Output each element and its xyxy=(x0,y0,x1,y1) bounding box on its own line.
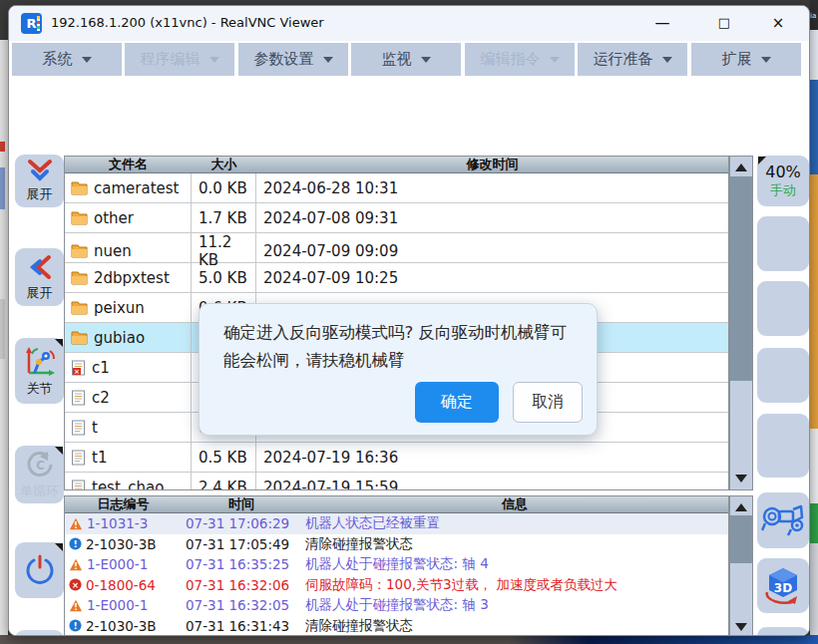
folder-icon xyxy=(71,331,88,345)
column-header-message: 信息 xyxy=(301,496,728,512)
file-row[interactable]: test_chao 2.4 KB 2024-07-19 15:59 xyxy=(65,473,728,490)
sidebar-expand-down-button[interactable]: 展开 xyxy=(15,155,64,207)
confirm-dialog: 确定进入反向驱动模式吗? 反向驱动时机械臂可能会松闸，请扶稳机械臂 确定 取消 xyxy=(199,303,598,436)
svg-text:3D: 3D xyxy=(774,581,792,595)
sidebar-single-cycle-button: C 单循环 xyxy=(15,446,64,503)
robot-joint-icon xyxy=(23,345,57,377)
file-icon xyxy=(71,480,86,491)
sidebar-label: 关节 xyxy=(27,380,53,398)
svg-text:!: ! xyxy=(74,602,78,612)
corner-mark-icon xyxy=(758,157,766,164)
rsidebar-blank-button-5[interactable] xyxy=(757,627,809,636)
double-chevron-left-icon xyxy=(27,253,53,281)
scroll-up-button[interactable] xyxy=(730,496,752,515)
column-header-size: 大小 xyxy=(192,157,256,172)
log-row[interactable]: !2-1030-3B 07-31 17:05:49 清除碰撞报警状态 xyxy=(65,534,728,555)
window-title: 192.168.1.200 (x11vnc) - RealVNC Viewer xyxy=(51,15,324,30)
warning-icon: ! xyxy=(69,558,83,571)
file-row[interactable]: other 1.7 KB 2024-07-08 09:31 xyxy=(65,203,728,233)
mode-manual: 手动 xyxy=(770,181,796,199)
column-header-filename: 文件名 xyxy=(65,157,192,172)
folder-icon xyxy=(71,244,88,258)
dropdown-arrow-icon xyxy=(421,57,431,68)
desktop-edge-text: ia xyxy=(810,12,816,20)
error-icon: × xyxy=(69,578,82,591)
log-row[interactable]: !1-E000-1 07-31 16:35:25 机器人处于碰撞报警状态: 轴 … xyxy=(65,554,728,575)
file-icon xyxy=(71,420,86,436)
scrollbar-thumb[interactable] xyxy=(730,515,752,563)
log-row[interactable]: !2-1030-3B 07-31 16:31:43 清除碰撞报警状态 xyxy=(65,616,728,637)
close-button[interactable]: × xyxy=(763,10,793,36)
sidebar-ini-button[interactable]: INI xyxy=(15,630,64,636)
realvnc-viewer-window: R 192.168.1.200 (x11vnc) - RealVNC Viewe… xyxy=(8,5,810,636)
file-row[interactable]: t1 0.5 KB 2024-07-19 16:36 xyxy=(65,443,728,473)
column-header-mtime: 修改时间 xyxy=(256,157,728,172)
desktop-edge-left xyxy=(0,0,8,644)
scrollbar-thumb[interactable] xyxy=(730,176,752,381)
minimize-button[interactable]: — xyxy=(647,10,677,36)
menu-program-edit: 程序编辑 xyxy=(125,43,234,76)
svg-text:×: × xyxy=(74,368,80,376)
svg-text:×: × xyxy=(72,580,79,590)
menu-extension[interactable]: 扩展 xyxy=(691,43,801,76)
title-bar: R 192.168.1.200 (x11vnc) - RealVNC Viewe… xyxy=(9,6,809,41)
rsidebar-3d-view-button[interactable]: 3D xyxy=(757,558,809,613)
sidebar-power-button[interactable] xyxy=(15,542,64,598)
speed-percent: 40% xyxy=(765,162,801,181)
corner-mark-icon xyxy=(55,339,63,347)
file-table-header: 文件名 大小 修改时间 xyxy=(65,157,728,173)
rsidebar-blank-button-1[interactable] xyxy=(757,216,809,271)
confirm-button[interactable]: 确定 xyxy=(415,382,499,423)
power-icon xyxy=(23,553,57,587)
svg-text:!: ! xyxy=(73,538,77,549)
log-table-scrollbar[interactable] xyxy=(729,495,753,636)
scroll-down-icon xyxy=(735,475,747,488)
warning-icon: ! xyxy=(69,517,83,530)
svg-text:!: ! xyxy=(74,520,78,530)
single-cycle-icon: C xyxy=(25,450,55,480)
menu-monitor[interactable]: 监视 xyxy=(351,43,461,76)
file-error-icon: × xyxy=(71,360,86,376)
cube-3d-icon: 3D xyxy=(761,566,805,606)
sidebar-expand-left-button[interactable]: 展开 xyxy=(15,248,64,306)
dropdown-arrow-icon xyxy=(662,57,672,68)
maximize-button[interactable]: □ xyxy=(709,10,739,36)
menu-run-prepare[interactable]: 运行准备 xyxy=(578,43,687,76)
file-row[interactable]: nuen 11.2 KB 2024-07-09 09:09 xyxy=(65,233,728,263)
file-row[interactable]: 2dbpxtest 5.0 KB 2024-07-09 10:25 xyxy=(65,263,728,293)
scroll-down-button[interactable] xyxy=(730,619,752,636)
log-row[interactable]: ×0-1800-64 07-31 16:32:06 伺服故障码：100,关节3过… xyxy=(65,575,728,596)
rsidebar-handle-button[interactable] xyxy=(757,492,809,548)
dropdown-arrow-icon xyxy=(550,57,560,68)
svg-text:!: ! xyxy=(73,620,77,631)
folder-icon xyxy=(71,271,88,285)
desktop-edge-right: ia xyxy=(810,0,818,644)
rsidebar-blank-button-2[interactable] xyxy=(757,281,809,336)
log-row[interactable]: !1-E000-1 07-31 16:32:05 机器人处于碰撞报警状态: 轴 … xyxy=(65,595,728,616)
info-icon: ! xyxy=(69,619,82,632)
file-row[interactable]: cameratest 0.0 KB 2024-06-28 10:31 xyxy=(65,173,728,203)
menu-bar: 系统 程序编辑 参数设置 监视 编辑指令 运行准备 扩展 xyxy=(9,41,809,77)
menu-system[interactable]: 系统 xyxy=(12,43,122,76)
double-chevron-down-icon xyxy=(25,159,55,182)
dropdown-arrow-icon xyxy=(323,57,333,68)
sidebar-label: 单循环 xyxy=(20,483,59,500)
rsidebar-blank-button-3[interactable] xyxy=(757,348,809,403)
cancel-button[interactable]: 取消 xyxy=(513,382,583,423)
dialog-message: 确定进入反向驱动模式吗? 反向驱动时机械臂可能会松闸，请扶稳机械臂 xyxy=(200,304,597,375)
scroll-up-icon xyxy=(735,497,747,511)
scroll-up-button[interactable] xyxy=(730,157,752,175)
menu-parameter-settings[interactable]: 参数设置 xyxy=(238,43,348,76)
rsidebar-speed-mode-button[interactable]: 40% 手动 xyxy=(757,156,809,206)
sidebar-label: 展开 xyxy=(27,284,53,302)
scroll-down-button[interactable] xyxy=(730,471,752,489)
sidebar-label: 展开 xyxy=(27,185,53,203)
file-table-scrollbar[interactable] xyxy=(729,156,753,490)
remote-desktop-workspace: 展开 展开 关节 xyxy=(9,77,810,636)
log-row-selected[interactable]: !1-1031-3 07-31 17:06:29 机器人状态已经被重置 xyxy=(65,513,728,534)
rsidebar-blank-button-4[interactable] xyxy=(757,414,809,478)
sidebar-joint-button[interactable]: 关节 xyxy=(15,338,64,404)
log-table: 日志编号 时间 信息 !1-1031-3 07-31 17:06:29 机器人状… xyxy=(64,495,729,636)
dropdown-arrow-icon xyxy=(209,57,219,68)
column-header-time: 时间 xyxy=(182,496,301,512)
